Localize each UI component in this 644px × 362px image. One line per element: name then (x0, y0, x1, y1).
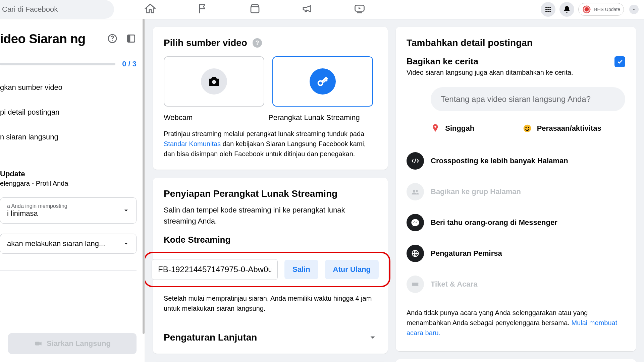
svg-point-8 (545, 11, 547, 12)
topbar: Cari di Facebook BHS Update (0, 0, 644, 19)
source-webcam[interactable] (164, 56, 264, 107)
messenger-icon (411, 218, 420, 227)
advanced-settings-label: Pengaturan Lanjutan (164, 332, 257, 343)
share-group-option: Bagikan ke grup Halaman (407, 176, 625, 207)
go-live-button[interactable]: Siarkan Langsung (8, 333, 137, 354)
nav-center (114, 3, 541, 16)
chevron-down-icon (368, 333, 377, 342)
svg-point-19 (523, 125, 531, 132)
ticket-icon (411, 280, 420, 289)
sidebar-scrollbar[interactable] (143, 19, 145, 325)
nav-right: BHS Update (541, 2, 644, 17)
source-software-label: Perangkat Lunak Streaming (268, 113, 365, 122)
account-menu-icon[interactable] (629, 5, 639, 14)
setup-note: Setelah mulai mempratinjau siaran, Anda … (164, 293, 377, 313)
search-input[interactable]: Cari di Facebook (0, 0, 114, 19)
profile-chip[interactable]: BHS Update (578, 3, 624, 16)
crosspost-icon (411, 156, 420, 166)
check-icon (616, 58, 623, 65)
globe-icon (411, 249, 420, 258)
next-card-peek (396, 359, 636, 362)
community-standards-link[interactable]: Standar Komunitas (164, 140, 221, 147)
svg-point-12 (112, 40, 113, 41)
copy-button[interactable]: Salin (284, 260, 318, 279)
checklist-item-3[interactable]: n siaran langsung (0, 125, 145, 149)
post-destination-dropdown[interactable]: a Anda ingin memposting i linimasa (0, 197, 137, 224)
setup-desc: Salin dan tempel kode streaming ini ke p… (164, 204, 358, 227)
feeling-button[interactable]: Perasaan/aktivitas (522, 123, 601, 133)
svg-point-4 (549, 7, 551, 8)
pin-icon (430, 123, 440, 133)
svg-point-6 (547, 9, 549, 10)
help-icon[interactable]: ? (253, 38, 262, 48)
share-story-checkbox[interactable] (614, 56, 625, 67)
progress-bar (0, 63, 115, 65)
schedule-dropdown[interactable]: akan melakukan siaran lang... (0, 234, 137, 254)
video-source-card: Pilih sumber video ? Webcam Perangkat Lu… (153, 27, 388, 170)
notifications-icon[interactable] (559, 2, 574, 17)
tickets-events-option: Tiket & Acara (407, 269, 625, 300)
profile-sub: elenggara - Profil Anda (0, 180, 137, 187)
svg-rect-15 (35, 342, 40, 346)
sidebar-title: ideo Siaran ng (0, 32, 86, 46)
chevron-down-icon (123, 207, 129, 214)
svg-point-20 (525, 127, 526, 128)
svg-point-21 (528, 127, 529, 128)
source-webcam-label: Webcam (164, 113, 260, 122)
svg-point-7 (549, 9, 551, 10)
svg-point-23 (416, 190, 418, 192)
svg-point-16 (212, 80, 216, 84)
key-icon (316, 75, 329, 88)
stream-key-label: Kode Streaming (164, 235, 377, 245)
avatar-icon (582, 5, 591, 14)
avatar-label: BHS Update (594, 7, 620, 12)
advanced-settings-toggle[interactable]: Pengaturan Lanjutan (164, 332, 377, 343)
home-icon[interactable] (144, 3, 156, 16)
post-details-title: Tambahkan detail postingan (407, 38, 625, 48)
group-icon (411, 187, 420, 196)
chevron-down-icon (123, 240, 129, 247)
help-icon[interactable] (107, 33, 118, 45)
crosspost-option[interactable]: Crossposting ke lebih banyak Halaman (407, 145, 625, 176)
sidebar-divider (0, 270, 137, 271)
go-live-label: Siarkan Langsung (47, 339, 111, 348)
stream-key-input[interactable] (152, 259, 278, 280)
source-streaming-software[interactable] (272, 56, 373, 107)
camera-icon (34, 339, 43, 348)
checklist-item-2[interactable]: pi detail postingan (0, 100, 145, 125)
sidebar: ideo Siaran ng 0 / 3 gkan sumber video p… (0, 19, 145, 362)
megaphone-icon[interactable] (301, 3, 313, 16)
checklist-item-1[interactable]: gkan sumber video (0, 75, 145, 100)
svg-point-5 (545, 9, 547, 10)
dropdown-1-label: a Anda ingin memposting (7, 203, 67, 209)
apps-icon[interactable] (541, 2, 555, 17)
shop-icon[interactable] (249, 3, 261, 16)
messenger-option[interactable]: Beri tahu orang-orang di Messenger (407, 207, 625, 238)
flag-icon[interactable] (197, 3, 209, 16)
policy-text: Pratinjau streaming melalui perangkat lu… (164, 129, 377, 159)
post-details-card: Tambahkan detail postingan Bagikan ke ce… (396, 27, 636, 351)
stream-key-highlight: Salin Atur Ulang (145, 252, 390, 287)
setup-title: Penyiapan Perangkat Lunak Streaming (164, 188, 377, 199)
panel-icon[interactable] (126, 33, 137, 45)
watch-icon[interactable] (354, 3, 366, 16)
smile-icon (522, 123, 532, 133)
camera-icon (207, 75, 221, 88)
streaming-setup-card: Penyiapan Perangkat Lunak Streaming Sali… (153, 178, 388, 354)
reset-button[interactable]: Atur Ulang (325, 260, 379, 279)
audience-option[interactable]: Pengaturan Pemirsa (407, 238, 625, 269)
dropdown-2-value: akan melakukan siaran lang... (7, 239, 105, 248)
checkin-button[interactable]: Singgah (430, 123, 474, 133)
events-text: Anda tidak punya acara yang Anda selengg… (407, 308, 625, 338)
svg-rect-0 (251, 7, 259, 13)
main-content: Pilih sumber video ? Webcam Perangkat Lu… (145, 19, 644, 362)
about-input[interactable]: Tentang apa video siaran langsung Anda? (431, 87, 625, 111)
svg-point-10 (549, 11, 551, 12)
progress-text: 0 / 3 (122, 60, 137, 68)
svg-point-22 (413, 190, 415, 192)
svg-point-2 (545, 7, 547, 8)
profile-name: Update (0, 170, 137, 178)
dropdown-1-value: i linimasa (7, 209, 67, 218)
svg-point-3 (547, 7, 549, 8)
svg-point-18 (435, 126, 437, 128)
